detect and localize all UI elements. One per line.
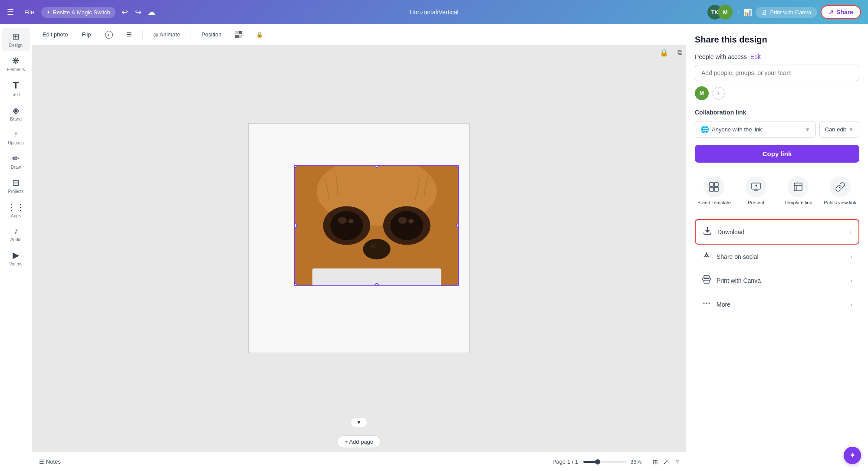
download-action[interactable]: Download › [695,219,859,245]
present-label: Present [748,200,764,205]
notes-label: Notes [46,458,61,465]
handle-bottom-left[interactable] [294,283,297,286]
brand-template-option[interactable]: Brand Template [695,171,733,210]
sidebar-item-elements[interactable]: ❋ Elements [2,52,30,75]
more-arrow: › [850,301,852,308]
sidebar-item-draw[interactable]: ✏ Draw [2,150,30,173]
add-page-button[interactable]: + Add page [337,435,381,448]
template-link-option[interactable]: Template link [779,171,818,210]
zoom-slider-thumb[interactable] [595,459,600,464]
share-social-arrow: › [850,253,852,260]
fullscreen-icon[interactable]: ⤢ [661,458,670,466]
copy-link-button[interactable]: Copy link [695,145,859,163]
sidebar-item-design[interactable]: ⊞ Design [2,28,30,51]
grid-view-icon[interactable]: ⊞ [651,458,660,466]
present-icon [746,177,766,197]
present-option[interactable]: Present [737,171,776,210]
uploads-icon: ↑ [14,129,18,139]
animate-icon: ◎ [153,31,158,38]
avatar-m-top[interactable]: M [718,5,733,20]
lock-button[interactable]: 🔒 [253,29,266,39]
sidebar-item-audio[interactable]: ♪ Audio [2,222,30,245]
undo-button[interactable]: ↩ [119,6,131,19]
anyone-with-link-label: Anyone with the link [712,126,762,133]
print-label: Print with Canva [770,9,811,16]
avatars-row: M + [695,86,859,100]
resize-magic-switch-button[interactable]: ✦ Resize & Magic Switch [41,7,115,18]
handle-middle-right[interactable] [456,223,459,228]
canvas-lock-icon[interactable]: 🔒 [660,49,668,57]
toggle-pages-button[interactable]: ▼ [351,417,367,428]
edit-access-link[interactable]: Edit [750,53,761,60]
dog-face [295,166,458,285]
opacity-button[interactable] [232,29,246,40]
add-person-button[interactable]: + [712,87,725,100]
people-access-header: People with access Edit [695,53,859,60]
help-button[interactable]: ? [675,458,679,465]
star-icon: ✦ [46,10,50,15]
left-sidebar: ⊞ Design ❋ Elements T Text ◈ Brand ↑ Upl… [0,24,32,471]
sidebar-item-brand[interactable]: ◈ Brand [2,101,30,125]
hamburger-icon[interactable]: ☰ [7,7,14,17]
brand-icon: ◈ [13,105,19,115]
download-arrow: › [849,229,852,236]
info-icon: i [105,31,113,39]
can-edit-label: Can edit [825,126,846,133]
globe-icon: 🌐 [700,125,709,134]
share-social-action[interactable]: Share on social › [695,245,859,268]
edit-photo-button[interactable]: Edit photo [39,29,72,39]
position-button[interactable]: Position [198,29,225,39]
menu-button[interactable]: ☰ [123,29,135,39]
magic-button[interactable]: ✦ [844,447,861,464]
zoom-percent: 33% [630,458,646,465]
can-edit-dropdown[interactable]: Can edit ▼ [819,121,859,138]
sidebar-item-projects[interactable]: ⊟ Projects [2,174,30,197]
svg-point-4 [330,211,363,240]
anyone-with-link-dropdown[interactable]: 🌐 Anyone with the link ▼ [695,121,816,138]
share-button[interactable]: ↗ Share [821,5,861,19]
info-button[interactable]: i [102,29,116,40]
top-toolbar: ☰ File ✦ Resize & Magic Switch ↩ ↪ ☁ Hor… [0,0,868,24]
undo-redo-group: ↩ ↪ [119,6,144,19]
elements-icon: ❋ [12,56,20,66]
canvas-copy-icon[interactable]: ⧉ [677,49,682,56]
sidebar-label-draw: Draw [11,165,21,170]
sidebar-item-text[interactable]: T Text [2,76,30,101]
handle-bottom-middle[interactable] [375,283,379,286]
sidebar-item-videos[interactable]: ▶ Videos [2,246,30,270]
flip-button[interactable]: Flip [79,29,95,39]
text-icon: T [13,80,19,91]
notes-button[interactable]: ☰ Notes [39,458,61,465]
handle-bottom-right[interactable] [456,283,459,286]
file-menu-button[interactable]: File [21,7,38,17]
secondary-toolbar: Edit photo Flip i ☰ ◎ Animate Position [32,24,686,45]
download-icon [703,226,712,238]
analytics-icon[interactable]: 📊 [743,8,752,16]
menu-icon: ☰ [127,31,132,38]
people-input[interactable] [695,65,859,81]
view-icons-group: ⊞ ⤢ [651,458,670,466]
print-canva-action[interactable]: Print with Canva › [695,268,859,292]
svg-point-27 [709,303,710,304]
animate-button[interactable]: ◎ Animate [150,29,184,39]
sidebar-item-uploads[interactable]: ↑ Uploads [2,126,30,149]
canvas-area[interactable]: 🔒 ⧉ [32,45,686,452]
zoom-slider-track[interactable] [583,461,627,463]
more-action[interactable]: More › [695,292,859,316]
notes-icon: ☰ [39,458,44,465]
more-label: More [717,301,845,308]
svg-rect-20 [714,187,718,191]
main-layout: ⊞ Design ❋ Elements T Text ◈ Brand ↑ Upl… [0,24,868,471]
lock-icon: 🔒 [256,31,263,38]
separator-1 [142,29,143,40]
print-with-canva-button[interactable]: 🖨 Print with Canva [756,7,817,18]
redo-button[interactable]: ↪ [132,6,144,19]
add-collaborator-button[interactable]: + [736,8,740,16]
public-view-option[interactable]: Public view link [821,171,859,210]
print-canva-label: Print with Canva [717,277,845,284]
handle-top-right[interactable] [456,165,459,168]
template-link-icon [788,177,809,197]
svg-rect-24 [704,280,709,283]
sidebar-item-apps[interactable]: ⋮⋮ Apps [2,198,30,222]
dog-image-element[interactable]: ↻ [294,165,459,286]
